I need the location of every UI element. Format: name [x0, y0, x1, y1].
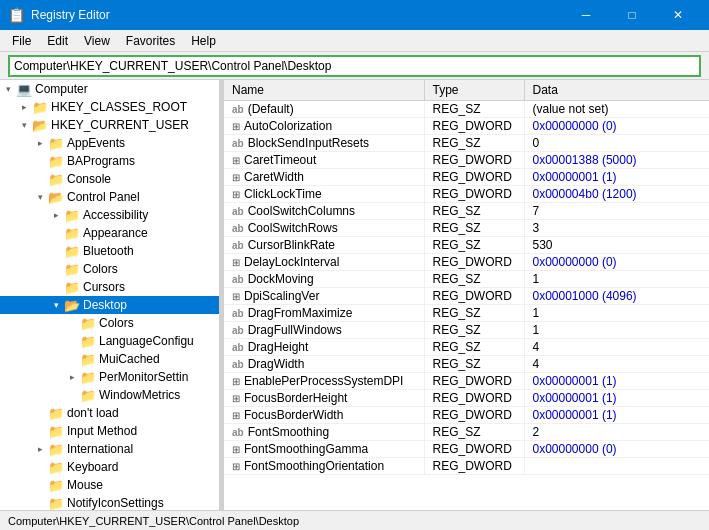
table-row[interactable]: abCursorBlinkRateREG_SZ530: [224, 236, 709, 253]
tree-item-inputmethod[interactable]: 📁Input Method: [0, 422, 219, 440]
expand-icon-colors[interactable]: [48, 260, 64, 278]
expand-icon-computer[interactable]: ▾: [0, 80, 16, 98]
folder-icon-appevents: 📁: [48, 136, 64, 151]
expand-icon-inputmethod[interactable]: [32, 422, 48, 440]
tree-item-controlpanel[interactable]: ▾📂Control Panel: [0, 188, 219, 206]
expand-icon-appearance[interactable]: [48, 224, 64, 242]
expand-icon-windowmetrics[interactable]: [64, 386, 80, 404]
expand-icon-hkcu[interactable]: ▾: [16, 116, 32, 134]
column-header-name[interactable]: Name: [224, 80, 424, 100]
expand-icon-appevents[interactable]: ▸: [32, 134, 48, 152]
table-row[interactable]: ⊞EnablePerProcessSystemDPIREG_DWORD0x000…: [224, 372, 709, 389]
expand-icon-international[interactable]: ▸: [32, 440, 48, 458]
table-row[interactable]: ab(Default)REG_SZ(value not set): [224, 100, 709, 117]
reg-type-icon: ⊞: [232, 376, 240, 387]
expand-icon-bluetooth[interactable]: [48, 242, 64, 260]
expand-icon-console[interactable]: [32, 170, 48, 188]
column-header-type[interactable]: Type: [424, 80, 524, 100]
tree-item-baprograms[interactable]: 📁BAPrograms: [0, 152, 219, 170]
tree-item-appearance[interactable]: 📁Appearance: [0, 224, 219, 242]
expand-icon-muicached[interactable]: [64, 350, 80, 368]
folder-icon-baprograms: 📁: [48, 154, 64, 169]
cell-data-5: 0x000004b0 (1200): [524, 185, 709, 202]
cell-data-20: 0x00000000 (0): [524, 440, 709, 457]
table-row[interactable]: abDragWidthREG_SZ4: [224, 355, 709, 372]
table-row[interactable]: abDragHeightREG_SZ4: [224, 338, 709, 355]
table-row[interactable]: ⊞FocusBorderHeightREG_DWORD0x00000001 (1…: [224, 389, 709, 406]
tree-item-console[interactable]: 📁Console: [0, 170, 219, 188]
tree-item-mouse[interactable]: 📁Mouse: [0, 476, 219, 494]
table-row[interactable]: ⊞FontSmoothingOrientationREG_DWORD: [224, 457, 709, 474]
minimize-button[interactable]: ─: [563, 0, 609, 30]
close-button[interactable]: ✕: [655, 0, 701, 30]
expand-icon-hkcr[interactable]: ▸: [16, 98, 32, 116]
table-row[interactable]: abCoolSwitchRowsREG_SZ3: [224, 219, 709, 236]
expand-icon-controlpanel[interactable]: ▾: [32, 188, 48, 206]
tree-item-international[interactable]: ▸📁International: [0, 440, 219, 458]
table-row[interactable]: ⊞AutoColorizationREG_DWORD0x00000000 (0): [224, 117, 709, 134]
tree-item-bluetooth[interactable]: 📁Bluetooth: [0, 242, 219, 260]
expand-icon-mouse[interactable]: [32, 476, 48, 494]
menu-file[interactable]: File: [4, 30, 39, 52]
table-row[interactable]: ⊞DpiScalingVerREG_DWORD0x00001000 (4096): [224, 287, 709, 304]
cell-name-19: abFontSmoothing: [224, 423, 424, 440]
tree-item-cursors[interactable]: 📁Cursors: [0, 278, 219, 296]
tree-item-accessibility[interactable]: ▸📁Accessibility: [0, 206, 219, 224]
table-row[interactable]: abDragFullWindowsREG_SZ1: [224, 321, 709, 338]
tree-item-hkcu[interactable]: ▾📂HKEY_CURRENT_USER: [0, 116, 219, 134]
expand-icon-baprograms[interactable]: [32, 152, 48, 170]
cell-data-18: 0x00000001 (1): [524, 406, 709, 423]
column-header-data[interactable]: Data: [524, 80, 709, 100]
cell-data-14: 4: [524, 338, 709, 355]
expand-icon-permonitorsetting[interactable]: ▸: [64, 368, 80, 386]
tree-item-permonitorsetting[interactable]: ▸📁PerMonitorSettin: [0, 368, 219, 386]
cell-name-16: ⊞EnablePerProcessSystemDPI: [224, 372, 424, 389]
expand-icon-notifyiconsettings[interactable]: [32, 494, 48, 510]
expand-icon-keyboard[interactable]: [32, 458, 48, 476]
title-bar-controls: ─ □ ✕: [563, 0, 701, 30]
maximize-button[interactable]: □: [609, 0, 655, 30]
folder-icon-console: 📁: [48, 172, 64, 187]
tree-item-keyboard[interactable]: 📁Keyboard: [0, 458, 219, 476]
expand-icon-desktop[interactable]: ▾: [48, 296, 64, 314]
expand-icon-dontload[interactable]: [32, 404, 48, 422]
table-row[interactable]: ⊞ClickLockTimeREG_DWORD0x000004b0 (1200): [224, 185, 709, 202]
tree-item-hkcr[interactable]: ▸📁HKEY_CLASSES_ROOT: [0, 98, 219, 116]
tree-item-dontload[interactable]: 📁don't load: [0, 404, 219, 422]
data-panel: Name Type Data ab(Default)REG_SZ(value n…: [224, 80, 709, 510]
cell-data-10: 1: [524, 270, 709, 287]
tree-item-computer[interactable]: ▾💻Computer: [0, 80, 219, 98]
tree-item-languageconfig[interactable]: 📁LanguageConfigu: [0, 332, 219, 350]
table-row[interactable]: ⊞FontSmoothingGammaREG_DWORD0x00000000 (…: [224, 440, 709, 457]
address-input[interactable]: [8, 55, 701, 77]
address-bar: [0, 52, 709, 80]
menu-edit[interactable]: Edit: [39, 30, 76, 52]
table-row[interactable]: ⊞CaretTimeoutREG_DWORD0x00001388 (5000): [224, 151, 709, 168]
table-row[interactable]: abFontSmoothingREG_SZ2: [224, 423, 709, 440]
expand-icon-cursors[interactable]: [48, 278, 64, 296]
tree-item-colors[interactable]: 📁Colors: [0, 260, 219, 278]
expand-icon-languageconfig[interactable]: [64, 332, 80, 350]
cell-type-0: REG_SZ: [424, 100, 524, 117]
table-row[interactable]: abBlockSendInputResetsREG_SZ0: [224, 134, 709, 151]
table-row[interactable]: ⊞FocusBorderWidthREG_DWORD0x00000001 (1): [224, 406, 709, 423]
table-row[interactable]: abDragFromMaximizeREG_SZ1: [224, 304, 709, 321]
tree-item-desktopcolors[interactable]: 📁Colors: [0, 314, 219, 332]
folder-icon-hkcr: 📁: [32, 100, 48, 115]
cell-data-0: (value not set): [524, 100, 709, 117]
expand-icon-desktopcolors[interactable]: [64, 314, 80, 332]
tree-item-windowmetrics[interactable]: 📁WindowMetrics: [0, 386, 219, 404]
table-row[interactable]: ⊞DelayLockIntervalREG_DWORD0x00000000 (0…: [224, 253, 709, 270]
menu-favorites[interactable]: Favorites: [118, 30, 183, 52]
tree-item-desktop[interactable]: ▾📂Desktop: [0, 296, 219, 314]
menu-view[interactable]: View: [76, 30, 118, 52]
table-row[interactable]: ⊞CaretWidthREG_DWORD0x00000001 (1): [224, 168, 709, 185]
tree-item-notifyiconsettings[interactable]: 📁NotifyIconSettings: [0, 494, 219, 510]
tree-item-muicached[interactable]: 📁MuiCached: [0, 350, 219, 368]
menu-help[interactable]: Help: [183, 30, 224, 52]
table-row[interactable]: abDockMovingREG_SZ1: [224, 270, 709, 287]
cell-data-6: 7: [524, 202, 709, 219]
expand-icon-accessibility[interactable]: ▸: [48, 206, 64, 224]
table-row[interactable]: abCoolSwitchColumnsREG_SZ7: [224, 202, 709, 219]
tree-item-appevents[interactable]: ▸📁AppEvents: [0, 134, 219, 152]
